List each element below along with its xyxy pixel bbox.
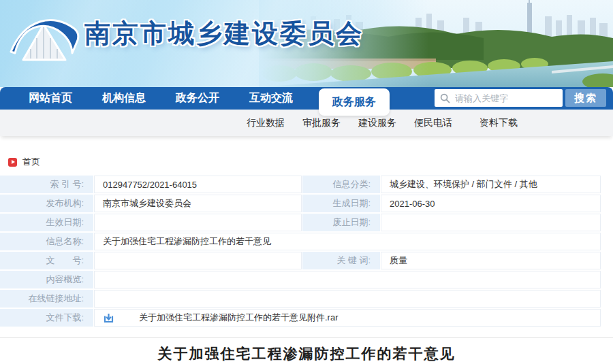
site-logo-bridge-icon	[8, 10, 80, 68]
doc-number-value	[94, 252, 302, 269]
site-title: 南京市城乡建设委员会	[84, 16, 364, 51]
publisher-value: 南京市城乡建设委员会	[94, 195, 302, 212]
index-number-value: 012947752/2021-64015	[94, 176, 302, 193]
document-info-table: 索 引 号: 012947752/2021-64015 信息分类: 城乡建设、环…	[0, 176, 601, 327]
search-icon	[440, 93, 450, 103]
content-overview-label: 内容概览:	[0, 271, 93, 288]
file-download-label: 文件下载:	[0, 309, 93, 327]
search-input[interactable]	[455, 93, 557, 103]
subnav-item-downloads[interactable]: 资料下载	[480, 117, 518, 129]
table-row: 信息名称: 关于加强住宅工程渗漏防控工作的若干意见	[0, 233, 601, 250]
file-download-cell: 关于加强住宅工程渗漏防控工作的若干意见附件.rar	[94, 309, 601, 327]
document-body-section: 关于加强住宅工程渗漏防控工作的若干意见	[0, 337, 613, 364]
info-category-label: 信息分类:	[302, 176, 380, 193]
subnav-item-convenience-phone[interactable]: 便民电话	[414, 117, 452, 129]
publish-date-label: 生成日期:	[302, 195, 380, 212]
search-area: 搜索	[435, 89, 606, 107]
header-banner: 南京市城乡建设委员会	[0, 0, 613, 87]
nav-item-home[interactable]: 网站首页	[29, 91, 72, 105]
document-title: 关于加强住宅工程渗漏防控工作的若干意见	[0, 344, 613, 363]
subnav-item-construction-services[interactable]: 建设服务	[358, 117, 396, 129]
keywords-label: 关 键 词:	[302, 252, 380, 269]
table-row: 生效日期: 废止日期:	[0, 214, 601, 231]
subnav-item-approval-services[interactable]: 审批服务	[302, 117, 341, 129]
subnav-item-industry-data[interactable]: 行业数据	[247, 117, 285, 129]
attachment-file-link[interactable]: 关于加强住宅工程渗漏防控工作的若干意见附件.rar	[139, 312, 339, 324]
breadcrumb: 首页	[8, 156, 40, 168]
doc-number-label: 文 号:	[0, 252, 93, 269]
abolish-date-value	[381, 214, 601, 231]
abolish-date-label: 废止日期:	[302, 214, 380, 231]
info-name-value: 关于加强住宅工程渗漏防控工作的若干意见	[94, 233, 601, 250]
download-icon[interactable]	[103, 312, 114, 324]
sub-navbar: 行业数据 审批服务 建设服务 便民电话 资料下载	[0, 110, 613, 136]
online-link-label: 在线链接地址:	[0, 290, 93, 308]
effective-date-label: 生效日期:	[0, 214, 93, 231]
breadcrumb-home-link[interactable]: 首页	[22, 156, 40, 168]
table-row: 发布机构: 南京市城乡建设委员会 生成日期: 2021-06-30	[0, 195, 601, 212]
nav-item-gov-affairs[interactable]: 政务公开	[176, 91, 219, 105]
table-row: 文 号: 关 键 词: 质量	[0, 252, 601, 269]
table-row: 内容概览:	[0, 271, 601, 288]
search-box	[435, 89, 563, 107]
content-overview-value	[94, 271, 601, 288]
table-row: 文件下载: 关于加强住宅工程渗漏防控工作的若干意见附件.rar	[0, 309, 601, 327]
effective-date-value	[94, 214, 302, 231]
info-name-label: 信息名称:	[0, 233, 93, 250]
publisher-label: 发布机构:	[0, 195, 93, 212]
page: 南京市城乡建设委员会 网站首页 机构信息 政务公开 互动交流 政务服务 搜索 行…	[0, 0, 613, 364]
nav-item-interaction[interactable]: 互动交流	[249, 91, 293, 105]
table-row: 在线链接地址:	[0, 290, 601, 308]
keywords-value: 质量	[381, 252, 601, 269]
nav-item-org-info[interactable]: 机构信息	[102, 91, 146, 105]
attachment: 关于加强住宅工程渗漏防控工作的若干意见附件.rar	[103, 312, 339, 324]
online-link-value	[94, 290, 601, 308]
table-row: 索 引 号: 012947752/2021-64015 信息分类: 城乡建设、环…	[0, 176, 601, 193]
main-navbar: 网站首页 机构信息 政务公开 互动交流 政务服务 搜索	[0, 87, 613, 110]
search-button[interactable]: 搜索	[565, 89, 606, 107]
info-category-value: 城乡建设、环境保护 / 部门文件 / 其他	[381, 176, 601, 193]
index-number-label: 索 引 号:	[0, 176, 93, 193]
nav-item-gov-services-active-tab[interactable]: 政务服务	[319, 88, 390, 116]
publish-date-value: 2021-06-30	[381, 195, 601, 212]
home-marker-icon	[8, 158, 17, 167]
